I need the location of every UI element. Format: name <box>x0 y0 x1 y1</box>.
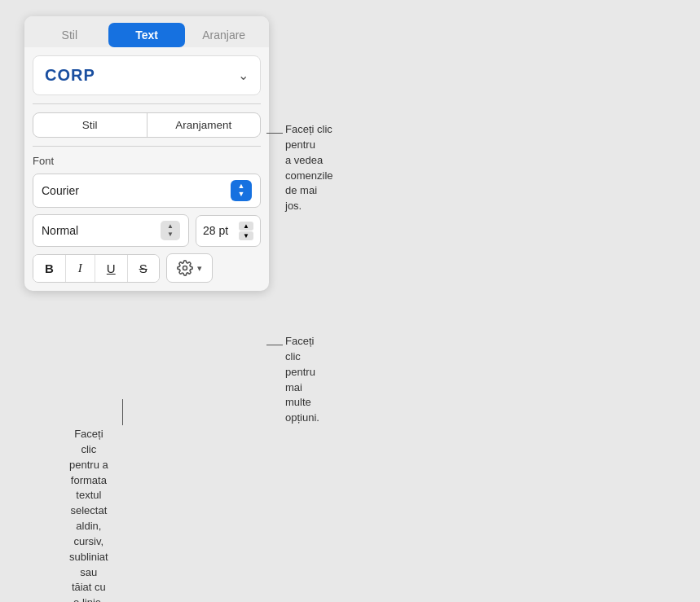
sub-tabs-bar: Stil Aranjament <box>33 112 261 138</box>
font-family-dropdown[interactable]: Courier ▲ ▼ <box>33 174 261 208</box>
callout-subtabs-text: Faceți clic pentru a vedea comenzile de … <box>285 122 333 214</box>
underline-button[interactable]: U <box>95 255 128 282</box>
format-buttons-group: B I U S <box>33 254 160 283</box>
more-options-chevron-icon: ▾ <box>197 263 202 274</box>
font-size-increment[interactable]: ▲ <box>239 222 253 231</box>
corp-label: CORP <box>45 66 95 85</box>
divider-1 <box>33 103 261 104</box>
font-size-decrement[interactable]: ▼ <box>239 231 253 240</box>
font-family-stepper-icon[interactable]: ▲ ▼ <box>231 180 252 201</box>
callout-line-format-v <box>122 399 123 425</box>
callout-more-text: Faceți clic pentru mai multe opțiuni. <box>285 334 319 426</box>
tab-stil[interactable]: Stil <box>31 23 108 47</box>
font-size-box[interactable]: 28 pt ▲ ▼ <box>196 215 261 247</box>
font-style-size-row: Normal ▲ ▼ 28 pt ▲ ▼ <box>33 214 261 247</box>
tab-aranjare[interactable]: Aranjare <box>185 23 262 47</box>
gear-icon <box>177 260 193 276</box>
callout-line-subtabs <box>266 133 283 134</box>
font-size-stepper: ▲ ▼ <box>239 222 253 240</box>
font-style-stepper-icon[interactable]: ▲ ▼ <box>161 221 180 240</box>
font-section-label: Font <box>33 155 261 167</box>
tab-text[interactable]: Text <box>108 23 186 47</box>
format-buttons-row: B I U S ▾ <box>33 253 261 283</box>
font-family-label: Courier <box>42 184 79 197</box>
top-tabs-bar: Stil Text Aranjare <box>24 16 269 47</box>
strikethrough-button[interactable]: S <box>128 255 159 282</box>
font-section: Font Courier ▲ ▼ Normal ▲ <box>24 147 269 291</box>
more-options-button[interactable]: ▾ <box>166 253 213 283</box>
callout-format-text: Faceți clic pentru a formata textul sele… <box>69 427 108 602</box>
callout-line-more <box>266 345 283 345</box>
corp-chevron-icon: ⌄ <box>238 68 249 83</box>
inspector-panel: Stil Text Aranjare CORP ⌄ Stil Aranjamen… <box>24 16 269 291</box>
font-style-label: Normal <box>42 224 78 237</box>
italic-button[interactable]: I <box>66 255 95 282</box>
subtab-aranjament[interactable]: Aranjament <box>147 113 261 137</box>
subtab-stil[interactable]: Stil <box>33 113 147 137</box>
bold-button[interactable]: B <box>33 255 66 282</box>
font-size-label: 28 pt <box>203 224 228 237</box>
font-style-dropdown[interactable]: Normal ▲ ▼ <box>33 214 189 247</box>
svg-point-0 <box>183 266 187 270</box>
corp-dropdown[interactable]: CORP ⌄ <box>33 55 261 95</box>
